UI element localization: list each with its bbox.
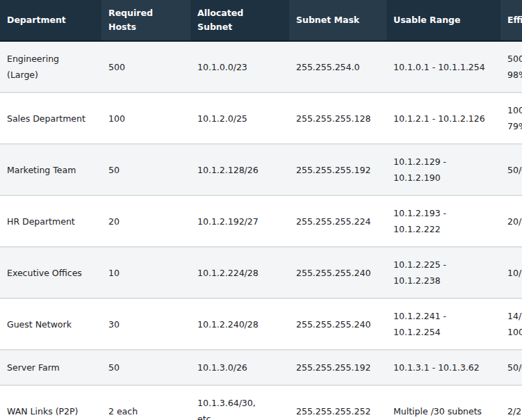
column-header-efficiency: Efficiency [500,0,522,41]
cell-department: Engineering (Large) [0,41,101,92]
page-frame: DepartmentRequired HostsAllocated Subnet… [0,0,522,420]
cell-efficiency: 10/14 = 71% [500,247,522,298]
cell-department: Marketing Team [0,144,101,195]
table-row: Engineering (Large)50010.1.0.0/23255.255… [0,41,522,92]
cell-usable-range: Multiple /30 subnets [386,385,500,420]
cell-allocated-subnet: 10.1.2.192/27 [190,195,289,247]
cell-subnet-mask: 255.255.255.240 [289,247,386,298]
cell-usable-range: 10.1.0.1 - 10.1.1.254 [386,41,500,92]
column-header-department: Department [0,0,101,41]
cell-required-hosts: 20 [101,195,190,247]
table-row: WAN Links (P2P)2 each10.1.3.64/30, etc.2… [0,385,522,420]
column-header-allocated-subnet: Allocated Subnet [190,0,289,41]
table-row: Server Farm5010.1.3.0/26255.255.255.1921… [0,350,522,385]
cell-subnet-mask: 255.255.255.192 [289,350,386,385]
column-header-subnet-mask: Subnet Mask [289,0,386,41]
cell-allocated-subnet: 10.1.0.0/23 [190,41,289,92]
cell-subnet-mask: 255.255.255.252 [289,385,386,420]
cell-department: WAN Links (P2P) [0,385,101,420]
cell-subnet-mask: 255.255.255.128 [289,92,386,144]
column-header-required-hosts: Required Hosts [101,0,190,41]
cell-efficiency: 14/14 = 100% [500,298,522,350]
cell-required-hosts: 10 [101,247,190,298]
cell-subnet-mask: 255.255.255.240 [289,298,386,350]
cell-department: HR Department [0,195,101,247]
cell-allocated-subnet: 10.1.2.0/25 [190,92,289,144]
cell-required-hosts: 30 [101,298,190,350]
cell-efficiency: 20/30 = 67% [500,195,522,247]
cell-required-hosts: 50 [101,144,190,195]
table-header-row: DepartmentRequired HostsAllocated Subnet… [0,0,522,41]
table-row: Marketing Team5010.1.2.128/26255.255.255… [0,144,522,195]
table-row: Executive Offices1010.1.2.224/28255.255.… [0,247,522,298]
cell-required-hosts: 2 each [101,385,190,420]
column-header-usable-range: Usable Range [386,0,500,41]
cell-department: Sales Department [0,92,101,144]
cell-allocated-subnet: 10.1.3.0/26 [190,350,289,385]
cell-efficiency: 50/62 = 81% [500,144,522,195]
cell-usable-range: 10.1.2.241 - 10.1.2.254 [386,298,500,350]
table-header: DepartmentRequired HostsAllocated Subnet… [0,0,522,41]
cell-subnet-mask: 255.255.255.224 [289,195,386,247]
cell-required-hosts: 50 [101,350,190,385]
cell-department: Executive Offices [0,247,101,298]
subnet-allocation-table: DepartmentRequired HostsAllocated Subnet… [0,0,522,420]
cell-usable-range: 10.1.2.193 - 10.1.2.222 [386,195,500,247]
cell-efficiency: 2/2 = 100% [500,385,522,420]
cell-department: Server Farm [0,350,101,385]
cell-usable-range: 10.1.2.225 - 10.1.2.238 [386,247,500,298]
cell-usable-range: 10.1.2.1 - 10.1.2.126 [386,92,500,144]
cell-required-hosts: 500 [101,41,190,92]
cell-allocated-subnet: 10.1.2.240/28 [190,298,289,350]
cell-efficiency: 100/126 = 79% [500,92,522,144]
cell-subnet-mask: 255.255.254.0 [289,41,386,92]
cell-usable-range: 10.1.3.1 - 10.1.3.62 [386,350,500,385]
cell-allocated-subnet: 10.1.2.128/26 [190,144,289,195]
cell-usable-range: 10.1.2.129 - 10.1.2.190 [386,144,500,195]
cell-allocated-subnet: 10.1.2.224/28 [190,247,289,298]
cell-allocated-subnet: 10.1.3.64/30, etc. [190,385,289,420]
cell-efficiency: 500/510 = 98% [500,41,522,92]
table-row: HR Department2010.1.2.192/27255.255.255.… [0,195,522,247]
cell-subnet-mask: 255.255.255.192 [289,144,386,195]
cell-department: Guest Network [0,298,101,350]
cell-efficiency: 50/62 = 81% [500,350,522,385]
cell-required-hosts: 100 [101,92,190,144]
table-row: Sales Department10010.1.2.0/25255.255.25… [0,92,522,144]
table-row: Guest Network3010.1.2.240/28255.255.255.… [0,298,522,350]
table-body: Engineering (Large)50010.1.0.0/23255.255… [0,41,522,420]
